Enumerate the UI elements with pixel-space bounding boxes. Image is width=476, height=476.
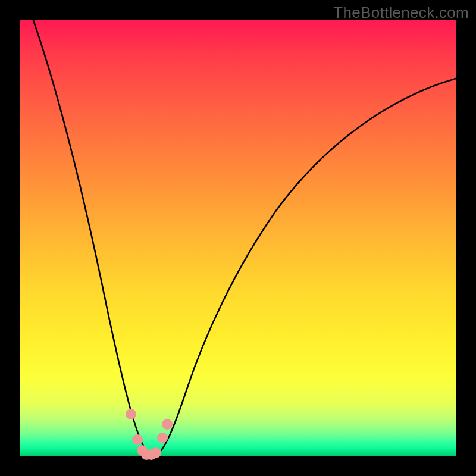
bottleneck-curve xyxy=(33,20,456,455)
curve-layer xyxy=(20,20,456,456)
data-point xyxy=(162,419,173,430)
data-point xyxy=(132,434,143,445)
data-point xyxy=(151,447,161,458)
plot-area xyxy=(20,20,456,456)
watermark-text: TheBottleneck.com xyxy=(333,4,469,22)
chart-frame: TheBottleneck.com xyxy=(0,0,476,476)
data-point xyxy=(157,433,168,443)
data-point xyxy=(126,409,136,419)
